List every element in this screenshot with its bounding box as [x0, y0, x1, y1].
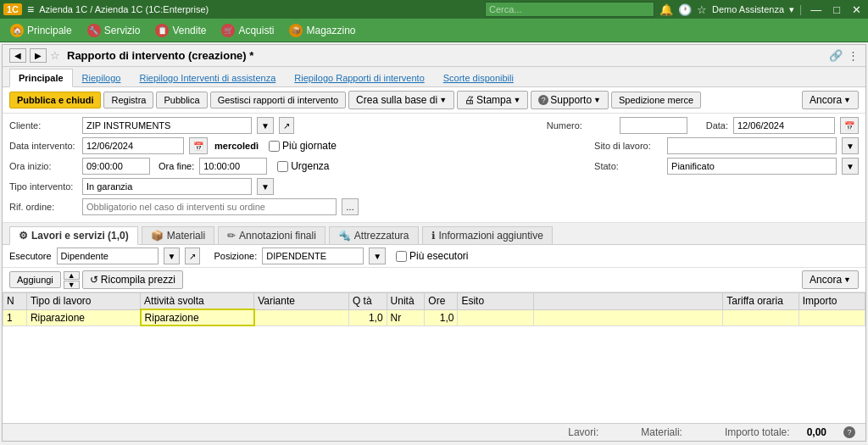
crea-btn[interactable]: Crea sulla base di▼	[348, 91, 454, 109]
link-icon[interactable]: 🔗	[829, 49, 843, 62]
menu-item-magazzino[interactable]: 📦 Magazzino	[282, 21, 362, 40]
acquisti-icon: 🛒	[221, 24, 235, 37]
form-area: Cliente: ▼ ↗ Numero: Data: 📅 Data interv…	[3, 114, 865, 223]
esecutore-input[interactable]	[57, 248, 159, 264]
piu-esecutori-label[interactable]: Più esecutori	[396, 250, 468, 262]
bell-icon[interactable]: 🔔	[659, 3, 673, 16]
question-icon: ?	[538, 95, 548, 105]
menu-item-principale[interactable]: 🏠 Principale	[3, 21, 79, 40]
menu-item-vendite[interactable]: 📋 Vendite	[148, 21, 213, 40]
toolbar: Pubblica e chiudi Registra Pubblica Gest…	[3, 87, 865, 114]
registra-btn[interactable]: Registra	[103, 92, 153, 108]
search-input[interactable]	[485, 2, 654, 17]
data-intervento-input[interactable]	[82, 137, 184, 154]
cliente-select-btn[interactable]: ▼	[257, 117, 274, 134]
tab-annotazioni[interactable]: ✏ Annotazioni finali	[218, 226, 326, 244]
tab-scorte[interactable]: Scorte disponibili	[434, 69, 523, 86]
numero-input[interactable]	[620, 117, 687, 134]
app-logo: 1C	[3, 3, 22, 15]
cell-attivita[interactable]: Riparazione	[141, 309, 254, 325]
piu-giornate-label[interactable]: Più giornate	[269, 140, 337, 152]
ora-inizio-input[interactable]	[82, 158, 150, 175]
back-btn[interactable]: ◀	[9, 48, 26, 63]
clock-icon[interactable]: 🕐	[678, 3, 692, 16]
posizione-input[interactable]	[262, 248, 364, 264]
esecutore-open-btn[interactable]: ↗	[185, 248, 200, 264]
bookmark-btn[interactable]: ☆	[50, 49, 60, 62]
col-ore: Ore	[425, 293, 458, 310]
help-icon[interactable]: ?	[843, 426, 855, 438]
cell-n: 1	[3, 309, 27, 325]
tipo-intervento-input[interactable]	[82, 178, 252, 195]
piu-esecutori-checkbox[interactable]	[396, 251, 407, 262]
data-intervento-calendar-btn[interactable]: 📅	[189, 137, 208, 154]
hamburger-icon[interactable]: ≡	[27, 3, 34, 16]
calendar-btn[interactable]: 📅	[840, 117, 859, 134]
cell-unita: Nr	[387, 309, 425, 325]
tab-riepilogo[interactable]: Riepilogo	[73, 69, 131, 86]
annotazioni-tab-icon: ✏	[227, 230, 236, 242]
cell-importo	[798, 309, 865, 325]
sito-select-btn[interactable]: ▼	[842, 137, 859, 154]
ancora2-btn[interactable]: Ancora ▼	[802, 270, 859, 289]
tipo-intervento-select-btn[interactable]: ▼	[257, 178, 274, 195]
gestisci-btn[interactable]: Gestisci rapporti di intervento	[210, 92, 346, 108]
table-row[interactable]: 1 Riparazione Riparazione 1,0 Nr 1,0	[3, 309, 865, 325]
move-up-btn[interactable]: ▲	[64, 271, 80, 280]
cell-tariffa	[723, 309, 798, 325]
menu-item-servizio[interactable]: 🔧 Servizio	[81, 21, 147, 40]
ora-fine-input[interactable]	[199, 158, 267, 175]
tab-attrezzatura[interactable]: 🔩 Attrezzatura	[329, 226, 419, 244]
pubblica-btn[interactable]: Pubblica	[156, 92, 207, 108]
stato-select-btn[interactable]: ▼	[842, 158, 859, 175]
cell-qta: 1,0	[348, 309, 387, 325]
tab-riepilogo-rapporti[interactable]: Riepilogo Rapporti di intervento	[285, 69, 433, 86]
ricompila-btn[interactable]: ↺ Ricompila prezzi	[82, 270, 183, 289]
more-icon[interactable]: ⋮	[848, 49, 859, 62]
close-btn[interactable]: ✕	[849, 3, 865, 16]
col-qta: Q tà	[348, 293, 387, 310]
move-down-btn[interactable]: ▼	[64, 281, 80, 289]
urgenza-checkbox[interactable]	[277, 161, 288, 172]
cliente-open-btn[interactable]: ↗	[279, 117, 294, 134]
col-esito: Esito	[458, 293, 533, 310]
user-menu-icon[interactable]: ▾	[789, 4, 794, 15]
data-input[interactable]	[733, 117, 835, 134]
tab-materiali[interactable]: 📦 Materiali	[142, 226, 214, 244]
piu-giornate-checkbox[interactable]	[269, 141, 280, 152]
menu-item-acquisti[interactable]: 🛒 Acquisti	[214, 21, 281, 40]
inner-tabs: ⚙ Lavori e servizi (1,0) 📦 Materiali ✏ A…	[3, 223, 865, 245]
col-extra	[533, 293, 723, 310]
forward-btn[interactable]: ▶	[30, 48, 47, 63]
importo-label: Importo totale:	[725, 426, 790, 438]
aggiungi-btn[interactable]: Aggiungi	[9, 271, 61, 288]
tab-principale[interactable]: Principale	[9, 69, 73, 87]
posizione-select-btn[interactable]: ▼	[369, 248, 386, 264]
rif-ordine-btn[interactable]: …	[342, 198, 359, 215]
rif-ordine-label: Rif. ordine:	[9, 202, 77, 212]
sito-input[interactable]	[667, 137, 837, 154]
stampa-btn[interactable]: 🖨 Stampa ▼	[457, 91, 528, 109]
restore-btn[interactable]: □	[830, 3, 843, 16]
spedizione-btn[interactable]: Spedizione merce	[611, 92, 701, 108]
esecutore-select-btn[interactable]: ▼	[164, 248, 181, 264]
posizione-label: Posizione:	[214, 251, 257, 261]
attrezzatura-tab-icon: 🔩	[338, 230, 351, 242]
supporto-btn[interactable]: ? Supporto ▼	[531, 91, 609, 109]
numero-label: Numero:	[547, 120, 615, 131]
cliente-input[interactable]	[82, 117, 252, 134]
star-icon[interactable]: ☆	[697, 3, 707, 16]
tab-informazioni[interactable]: ℹ Informazioni aggiuntive	[422, 226, 553, 244]
rif-ordine-input[interactable]	[82, 198, 337, 215]
stato-input[interactable]	[667, 158, 837, 175]
vendite-icon: 📋	[155, 24, 169, 37]
urgenza-label[interactable]: Urgenza	[277, 160, 329, 172]
minimize-btn[interactable]: —	[807, 3, 825, 16]
cell-ore: 1,0	[425, 309, 458, 325]
user-name: Demo Assistenza	[712, 4, 784, 14]
tipo-intervento-label: Tipo intervento:	[9, 181, 77, 192]
ancora-btn[interactable]: Ancora ▼	[802, 91, 859, 109]
pubblica-chiudi-btn[interactable]: Pubblica e chiudi	[9, 92, 101, 108]
tab-lavori[interactable]: ⚙ Lavori e servizi (1,0)	[9, 226, 138, 245]
tab-riepilogo-interventi[interactable]: Riepilogo Interventi di assistenza	[130, 69, 285, 86]
